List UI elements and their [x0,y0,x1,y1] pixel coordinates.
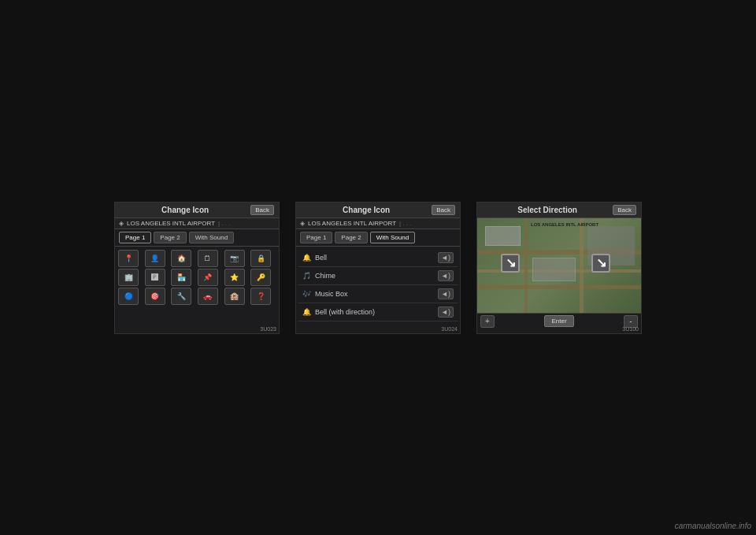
musicbox-play-button[interactable]: ◄) [438,288,454,299]
screen2-header: Change Icon Back [296,202,460,218]
screen2-back-button[interactable]: Back [432,205,455,215]
screen1-title: Change Icon [120,206,250,214]
zoom-in-button[interactable]: + [480,315,495,328]
icon-cell-9[interactable]: 🏪 [171,269,191,286]
bell-direction-play-button[interactable]: ◄) [438,307,454,318]
bell-direction-label: Bell (with direction) [315,308,375,316]
screen2-tab-page1[interactable]: Page 1 [300,232,332,243]
screen2-location-bar: ◈ LOS ANGELES INTL AIRPORT | . . . [296,218,460,229]
screen3-title: Select Direction [482,206,613,214]
screen1-icon-grid: 📍 👤 🏠 🗒 📷 🔒 🏢 🅿 🏪 📌 ⭐ 🔑 🔵 🎯 🔧 🚗 🏨 ❓ [115,247,279,308]
chime-icon: 🎵 [302,272,311,280]
screen1-header: Change Icon Back [115,202,279,218]
screen2-location-dots: | . . . [399,220,411,227]
musicbox-icon: 🎶 [302,290,311,298]
icon-cell-18[interactable]: ❓ [250,288,271,305]
icon-cell-15[interactable]: 🔧 [171,288,191,305]
sound-item-bell[interactable]: 🔔 Bell ◄) [298,249,458,267]
screen1-location-bar: ◈ LOS ANGELES INTL AIRPORT | . . . [115,218,279,229]
screen1-panel: Change Icon Back ◈ LOS ANGELES INTL AIRP… [114,202,280,334]
icon-cell-6[interactable]: 🔒 [250,250,271,267]
screen1-location-dots: | . . . [218,220,230,227]
watermark: carmanualsonline.info [675,522,751,530]
enter-button[interactable]: Enter [544,315,573,327]
icon-cell-17[interactable]: 🏨 [224,288,245,305]
screen2-code: 3U024 [441,326,458,332]
screen2-tab-withsound[interactable]: With Sound [370,232,415,243]
chime-label: Chime [315,272,335,280]
screen2-location-text: LOS ANGELES INTL AIRPORT [308,220,396,227]
screen2-sound-list: 🔔 Bell ◄) 🎵 Chime ◄) 🎶 Music Box ◄) [296,247,460,324]
page-container: Change Icon Back ◈ LOS ANGELES INTL AIRP… [0,0,756,535]
icon-cell-5[interactable]: 📷 [224,250,245,267]
icon-cell-1[interactable]: 📍 [118,250,139,267]
icon-cell-11[interactable]: ⭐ [224,269,245,286]
map-area: LOS ANGELES INTL AIRPORT ↘ ↘ [477,218,641,313]
musicbox-label: Music Box [315,290,348,298]
screen2-location-icon: ◈ [300,220,305,227]
screen1-tab-withsound[interactable]: With Sound [189,232,234,243]
icon-cell-16[interactable]: 🚗 [198,288,218,305]
map-block-1 [485,226,521,246]
chime-play-button[interactable]: ◄) [438,270,454,281]
screen1-location-icon: ◈ [119,220,124,227]
screen2-panel: Change Icon Back ◈ LOS ANGELES INTL AIRP… [295,202,461,334]
map-airport-label: LOS ANGELES INTL AIRPORT [531,222,598,227]
map-road-v1 [524,218,528,313]
map-bottom-bar: + Enter - [477,313,641,329]
screen3-code: 3U100 [622,326,639,332]
icon-cell-8[interactable]: 🅿 [145,269,165,286]
icon-cell-3[interactable]: 🏠 [171,250,191,267]
bell-direction-icon: 🔔 [302,308,311,316]
icon-cell-12[interactable]: 🔑 [250,269,271,286]
screen1-back-button[interactable]: Back [250,205,274,215]
screen3-panel: Select Direction Back LOS ANGELES INTL A… [476,202,642,334]
screen1-tab-page2[interactable]: Page 2 [154,232,186,243]
sound-item-chime[interactable]: 🎵 Chime ◄) [298,267,458,285]
icon-cell-10[interactable]: 📌 [198,269,218,286]
screen3-header: Select Direction Back [477,202,641,218]
screen1-location-text: LOS ANGELES INTL AIRPORT [127,220,215,227]
screen1-tab-row: Page 1 Page 2 With Sound [115,229,279,247]
sound-item-musicbox[interactable]: 🎶 Music Box ◄) [298,285,458,303]
map-block-2 [532,258,576,281]
screen2-tab-page2[interactable]: Page 2 [335,232,367,243]
bell-label: Bell [315,254,327,262]
screen1-code: 3U023 [260,326,276,332]
map-arrow-right[interactable]: ↘ [591,254,610,273]
map-arrow-left[interactable]: ↘ [501,254,520,273]
map-road-v2 [580,218,584,313]
bell-icon: 🔔 [302,254,311,262]
icon-cell-14[interactable]: 🎯 [145,288,165,305]
screen3-back-button[interactable]: Back [613,205,636,215]
screen2-tab-row: Page 1 Page 2 With Sound [296,229,460,247]
icon-cell-13[interactable]: 🔵 [118,288,139,305]
screen2-title: Change Icon [301,206,432,214]
sound-item-bell-direction[interactable]: 🔔 Bell (with direction) ◄) [298,303,458,321]
icon-cell-7[interactable]: 🏢 [118,269,139,286]
bell-play-button[interactable]: ◄) [438,252,454,263]
icon-cell-4[interactable]: 🗒 [198,250,218,267]
map-road-h3 [477,285,641,289]
screen1-tab-page1[interactable]: Page 1 [119,232,151,243]
icon-cell-2[interactable]: 👤 [145,250,165,267]
